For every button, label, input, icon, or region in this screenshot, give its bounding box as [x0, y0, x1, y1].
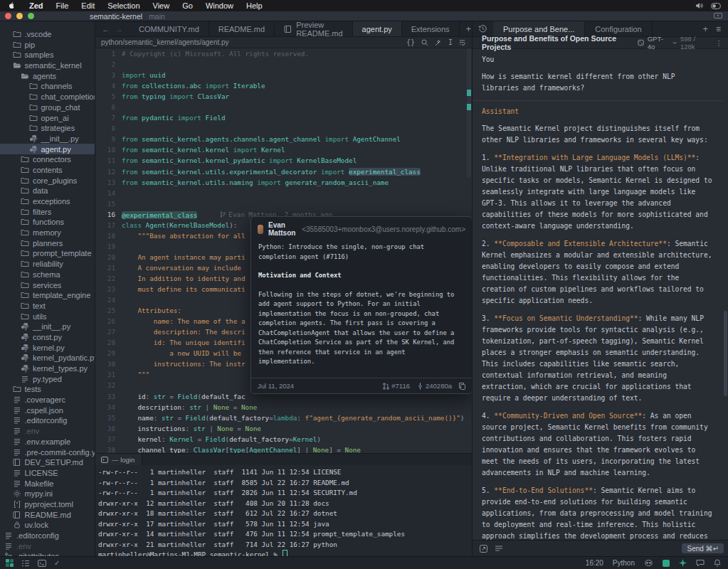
- inline-assist-icon[interactable]: [435, 39, 442, 46]
- file-tree-item[interactable]: pip: [0, 39, 95, 50]
- assistant-scrollbar-thumb[interactable]: [724, 311, 727, 396]
- file-tree-item[interactable]: .editorconfig: [0, 531, 95, 541]
- file-tree-item[interactable]: const.py: [0, 332, 95, 343]
- file-tree-item[interactable]: .env: [0, 541, 95, 551]
- file-tree-item[interactable]: kernel_pydantic.py: [0, 353, 95, 363]
- file-tree-item[interactable]: contents: [0, 165, 95, 176]
- file-tree-item[interactable]: [0, 21, 95, 29]
- diagnostics-check-icon[interactable]: ✓: [54, 559, 60, 567]
- file-tree-item[interactable]: group_chat: [0, 102, 95, 113]
- file-tree-item[interactable]: schema: [0, 270, 95, 280]
- code-editor[interactable]: 1# Copyright (c) Microsoft. All rights r…: [95, 48, 472, 453]
- scrollbar-thumb[interactable]: [467, 48, 471, 178]
- search-icon[interactable]: [421, 39, 428, 46]
- file-tree-item[interactable]: core_plugins: [0, 175, 95, 186]
- file-tree-item[interactable]: DEV_SETUP.md: [0, 457, 95, 468]
- git-branch-name[interactable]: main: [149, 12, 165, 21]
- file-tree-item[interactable]: .env: [0, 426, 95, 437]
- menu-edit[interactable]: Edit: [75, 1, 101, 10]
- file-tree-item[interactable]: py.typed: [0, 373, 95, 384]
- file-tree-item[interactable]: .pre-commit-config.yaml: [0, 447, 95, 457]
- menu-selection[interactable]: Selection: [101, 1, 146, 10]
- nav-back-icon[interactable]: ←: [102, 25, 110, 33]
- tab-community-md[interactable]: COMMUNITY.md: [130, 21, 209, 36]
- terminal-output[interactable]: -rw-r--r-- 1 martinheller staff 1141 Jun…: [95, 465, 472, 560]
- language-indicator[interactable]: Python: [613, 559, 635, 567]
- file-tree-item[interactable]: README.md: [0, 509, 95, 520]
- model-selector[interactable]: GPT-4o: [648, 35, 669, 50]
- copy-icon[interactable]: [459, 383, 465, 390]
- soft-wrap-icon[interactable]: [459, 39, 466, 46]
- new-chat-button[interactable]: +: [702, 23, 708, 34]
- terminal-panel-toggle-icon[interactable]: [38, 560, 46, 567]
- screen-share-icon[interactable]: [714, 13, 722, 19]
- menu-go[interactable]: Go: [176, 1, 199, 10]
- project-name[interactable]: semantic-kernel: [90, 12, 142, 21]
- file-tree-item[interactable]: .editorconfig: [0, 415, 95, 426]
- file-tree-item[interactable]: agents: [0, 70, 95, 81]
- project-panel-toggle-icon[interactable]: [6, 559, 14, 567]
- outline-panel-icon[interactable]: [21, 560, 30, 567]
- file-tree-item[interactable]: services: [0, 280, 95, 290]
- send-button[interactable]: Send ⌘↵: [682, 543, 724, 553]
- file-tree-item[interactable]: .vscode: [0, 29, 95, 40]
- tab-preview-readme-md[interactable]: Preview README.md: [275, 21, 352, 36]
- window-title-bar[interactable]: semantic-kernel main: [0, 11, 728, 21]
- menu-icon[interactable]: ≡: [716, 24, 721, 34]
- file-tree-item[interactable]: agent.py: [0, 144, 95, 154]
- file-tree-item[interactable]: pyproject.toml: [0, 499, 95, 510]
- menu-file[interactable]: File: [50, 1, 75, 10]
- file-tree-item[interactable]: memory: [0, 228, 95, 238]
- terminal-tab[interactable]: — login: [95, 454, 142, 465]
- tab-extensions[interactable]: Extensions: [402, 21, 460, 36]
- file-tree-item[interactable]: __init__.py: [0, 134, 95, 144]
- file-tree-item[interactable]: Makefile: [0, 478, 95, 489]
- close-window-button[interactable]: [5, 13, 11, 19]
- new-tab-button[interactable]: +: [466, 23, 472, 34]
- inlay-hints-icon[interactable]: {}: [406, 38, 415, 46]
- menu-help[interactable]: Help: [240, 1, 269, 10]
- nav-forward-icon[interactable]: →: [115, 25, 123, 33]
- tab-agent-py[interactable]: agent.py: [353, 21, 402, 36]
- file-tree-item[interactable]: connectors: [0, 154, 95, 165]
- chat-icon[interactable]: [696, 559, 705, 567]
- tab-readme-md[interactable]: README.md: [209, 21, 275, 36]
- quote-selection-icon[interactable]: [495, 545, 503, 552]
- file-tree-item[interactable]: open_ai: [0, 112, 95, 123]
- pull-request-link[interactable]: #7116: [383, 382, 410, 390]
- apple-logo-icon[interactable]: [9, 1, 16, 10]
- file-tree-item[interactable]: .env.example: [0, 437, 95, 447]
- file-tree-item[interactable]: kernel_types.py: [0, 363, 95, 374]
- file-tree-item[interactable]: reliability: [0, 259, 95, 270]
- file-tree-item[interactable]: semantic_kernel: [0, 60, 95, 71]
- file-tree-item[interactable]: filters: [0, 206, 95, 217]
- menu-view[interactable]: View: [147, 1, 176, 10]
- message-role-label[interactable]: Assistant: [482, 106, 714, 117]
- file-tree-item[interactable]: LICENSE: [0, 468, 95, 479]
- file-tree-item[interactable]: functions: [0, 217, 95, 228]
- file-tree-item[interactable]: chat_completion: [0, 92, 95, 102]
- file-tree-item[interactable]: .gitattributes: [0, 551, 95, 556]
- file-tree-item[interactable]: template_engine: [0, 290, 95, 301]
- insert-into-editor-icon[interactable]: [480, 545, 487, 553]
- file-tree-item[interactable]: .cspell.json: [0, 405, 95, 415]
- breadcrumb[interactable]: python/semantic_kernel/agents/agent.py: [101, 38, 229, 46]
- file-tree-item[interactable]: uv.lock: [0, 520, 95, 531]
- file-tree-item[interactable]: tests: [0, 384, 95, 395]
- file-tree-item[interactable]: strategies: [0, 123, 95, 134]
- inline-completion-sparkle-icon[interactable]: [679, 559, 687, 567]
- menu-window[interactable]: Window: [199, 1, 240, 10]
- selection-mode-icon[interactable]: I: [448, 38, 453, 46]
- file-tree-item[interactable]: channels: [0, 81, 95, 92]
- file-tree-item[interactable]: samples: [0, 50, 95, 60]
- zoom-window-button[interactable]: [28, 13, 34, 19]
- supermaven-icon[interactable]: [663, 560, 670, 567]
- minimize-window-button[interactable]: [16, 13, 23, 19]
- file-tree-item[interactable]: data: [0, 186, 95, 196]
- file-tree-item[interactable]: kernel.py: [0, 342, 95, 353]
- message-role-label[interactable]: You: [482, 54, 714, 65]
- file-tree-item[interactable]: prompt_template: [0, 248, 95, 259]
- file-tree-item[interactable]: text: [0, 301, 95, 312]
- file-tree-item[interactable]: planners: [0, 238, 95, 248]
- copilot-icon[interactable]: [644, 559, 653, 567]
